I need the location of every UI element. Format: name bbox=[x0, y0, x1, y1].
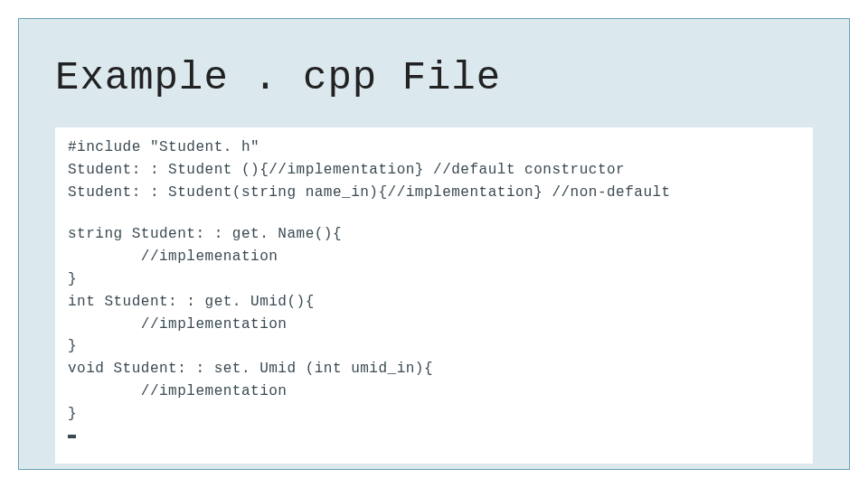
code-line: //implemenation bbox=[68, 246, 800, 268]
code-block: #include "Student. h"Student: : Student … bbox=[55, 127, 813, 464]
code-line: int Student: : get. Umid(){ bbox=[68, 291, 800, 314]
code-line: Student: : Student (){//implementation} … bbox=[68, 159, 800, 182]
code-line: #include "Student. h" bbox=[68, 136, 800, 159]
code-line: } bbox=[68, 403, 800, 426]
code-line: string Student: : get. Name(){ bbox=[68, 223, 800, 246]
slide-title: Example . cpp File bbox=[55, 55, 813, 100]
code-line: void Student: : set. Umid (int umid_in){ bbox=[68, 358, 800, 380]
blank-line bbox=[68, 203, 800, 223]
code-line: } bbox=[68, 335, 800, 358]
slide-container: Example . cpp File #include "Student. h"… bbox=[0, 0, 868, 488]
code-line: //implementation bbox=[68, 380, 800, 403]
slide-panel: Example . cpp File #include "Student. h"… bbox=[18, 18, 850, 470]
text-cursor bbox=[68, 435, 76, 438]
code-line: } bbox=[68, 268, 800, 291]
code-line: //implementation bbox=[68, 314, 800, 336]
code-line: Student: : Student(string name_in){//imp… bbox=[68, 182, 800, 204]
